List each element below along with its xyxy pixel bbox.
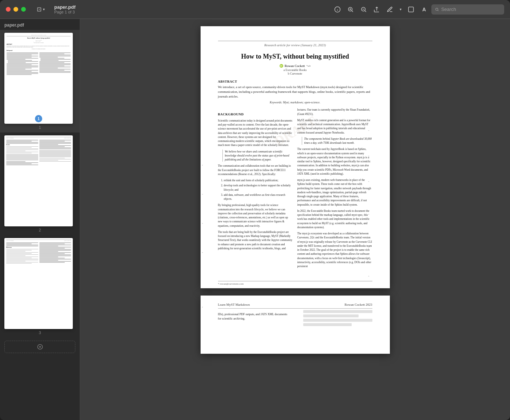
paper-title: How to MyST, without being mystified	[218, 53, 372, 60]
comment-marker-2[interactable]: ″	[368, 130, 369, 134]
person-icon[interactable]: A	[418, 4, 430, 15]
thumb-content-1: Research article for review (January 21,…	[4, 33, 73, 124]
page-indicator: Page 1 of 3	[54, 10, 76, 14]
svg-rect-11	[408, 7, 414, 12]
right-p3: The current toolchain used by JupyterBoo…	[297, 147, 372, 176]
thumbnail-wrapper-3: Learn MyST Markdown Rowan Cockett 2023 R…	[4, 238, 73, 329]
title-bar: ⊡ ▾ paper.pdf Page 1 of 3	[0, 0, 510, 19]
background-heading: Background	[218, 112, 293, 117]
page2-footer-right: Rowan Cockett 2023	[345, 303, 372, 306]
sidebar-filename: paper.pdf	[0, 19, 80, 30]
comment-marker-5[interactable]: ″	[368, 213, 369, 218]
keywords: Keywords: Myst; markdown; open-science.	[218, 101, 372, 104]
thumbnail-page-2[interactable]: Learn MyST Markdown Rowan Cockett 2023 S…	[0, 132, 80, 235]
close-button[interactable]	[6, 7, 11, 12]
list-item-1: rethink the unit and form of scholarly p…	[224, 178, 293, 182]
abstract-text: We introduce, a set of open-source, comm…	[218, 85, 372, 99]
affiliation-b: b Curvenote	[218, 72, 372, 75]
page2-text: IDs), professional PDF outputs, and JATS…	[218, 312, 291, 321]
right-p4: myst.js uses existing, modern web-framew…	[297, 178, 372, 207]
page-label-2: 2	[4, 228, 75, 232]
thumb-content-3: Learn MyST Markdown Rowan Cockett 2023 R…	[4, 238, 73, 329]
pdf-viewer[interactable]: DRAFT Research article for review (Janua…	[80, 19, 510, 420]
comment-marker-3[interactable]: ″	[368, 155, 369, 159]
sidebar: paper.pdf Research article for review (J…	[0, 19, 80, 420]
thumbnail-wrapper-1: Research article for review (January 21,…	[4, 33, 73, 124]
abstract-heading: ABSTRACT	[218, 80, 372, 83]
search-input[interactable]	[441, 7, 501, 12]
right-p1: lectures. Our team is currently supporte…	[297, 108, 372, 116]
svg-point-12	[436, 8, 438, 10]
footnote-text: * rowan@curvenote.com	[218, 282, 244, 285]
share-icon[interactable]	[371, 4, 383, 15]
document-filename: paper.pdf	[54, 4, 76, 10]
traffic-lights	[6, 7, 26, 12]
page2-footer-left: Learn MyST Markdown	[218, 303, 250, 306]
affiliation-a: a Executable Books	[218, 68, 372, 72]
app-window: ⊡ ▾ paper.pdf Page 1 of 3	[0, 0, 510, 420]
thumbnail-page-3[interactable]: Learn MyST Markdown Rowan Cockett 2023 R…	[0, 235, 80, 338]
add-page-button[interactable]	[4, 341, 75, 353]
right-p5: In 2022, the Executable Books team start…	[297, 209, 372, 229]
right-column: ″ ″ ″ ″ ″ ″ ″ lectures. Our team is curr…	[297, 108, 372, 270]
document-title-info: paper.pdf Page 1 of 3	[54, 4, 76, 14]
add-icon	[37, 344, 43, 350]
annotate-expand-icon[interactable]: ▾	[397, 4, 404, 15]
left-comment-2[interactable]: ″	[202, 194, 387, 197]
toolbar: ▾ A	[332, 4, 504, 15]
background-p1: Scientific communication today is design…	[218, 119, 293, 147]
author-sup: *a,b	[306, 64, 311, 67]
thumbnail-page-1[interactable]: Research article for review (January 21,…	[0, 30, 80, 132]
main-area: paper.pdf Research article for review (J…	[0, 19, 510, 420]
search-bar[interactable]	[431, 4, 504, 15]
zoom-in-icon[interactable]	[345, 4, 356, 15]
comment-marker-4[interactable]: ″	[368, 181, 369, 185]
comment-marker-1[interactable]: ″	[368, 108, 369, 112]
paper-header: Research article for review (January 21,…	[218, 43, 372, 47]
footnote: * rowan@curvenote.com	[218, 281, 372, 285]
page2-right-col	[303, 310, 372, 328]
sidebar-icon: ⊡	[37, 6, 41, 13]
thumbnail-wrapper-2: Learn MyST Markdown Rowan Cockett 2023 S…	[4, 135, 73, 226]
background-p4: The tools that are being built by the Ex…	[218, 230, 293, 250]
left-column: Background Scientific communication toda…	[218, 108, 293, 270]
right-p2: MyST enables rich content generation and…	[297, 118, 372, 135]
sidebar-toggle-button[interactable]: ⊡ ▾	[35, 4, 47, 14]
author-name: Rowan Cockett	[285, 64, 305, 68]
background-indent: We believe how we share and communicate …	[222, 150, 293, 162]
right-indent: The components behind Jupyter Book are d…	[302, 137, 372, 145]
zoom-out-icon[interactable]	[358, 4, 369, 15]
thumb-content-2: Learn MyST Markdown Rowan Cockett 2023 S…	[4, 135, 73, 226]
left-comment-3[interactable]: ″	[202, 223, 387, 226]
minimize-button[interactable]	[13, 7, 18, 12]
svg-line-13	[438, 10, 438, 11]
comment-marker-7[interactable]: ″	[368, 275, 369, 280]
left-comment-1[interactable]: ″	[202, 165, 387, 168]
search-icon	[435, 7, 439, 12]
page-label-1: 1	[4, 125, 75, 130]
chevron-down-icon: ▾	[43, 7, 45, 11]
annotate-icon[interactable]	[384, 4, 396, 15]
background-list: rethink the unit and form of scholarly p…	[224, 178, 293, 201]
orcid-icon: iD	[280, 64, 283, 68]
maximize-button[interactable]	[21, 7, 26, 12]
info-icon[interactable]	[332, 4, 343, 15]
svg-line-9	[365, 11, 366, 12]
page-label-3: 3	[4, 330, 75, 335]
author-line: iD Rowan Cockett *a,b	[218, 64, 372, 68]
page2-left-comment[interactable]: ″	[202, 306, 387, 310]
list-item-2: develop tools and technologies to better…	[224, 183, 293, 192]
pdf-page-2-partial: Learn MyST Markdown Rowan Cockett 2023 I…	[201, 296, 390, 354]
two-column-content: Background Scientific communication toda…	[218, 108, 372, 270]
page-badge-1: 1	[35, 115, 42, 122]
pdf-page-1: DRAFT Research article for review (Janua…	[201, 26, 390, 288]
left-comment-4[interactable]: ″	[202, 252, 387, 255]
svg-line-6	[352, 11, 353, 12]
crop-icon[interactable]	[405, 4, 417, 15]
comment-marker-6[interactable]: ″	[368, 246, 369, 250]
right-p6: The myst.js ecosystem was developed as a…	[297, 231, 372, 268]
